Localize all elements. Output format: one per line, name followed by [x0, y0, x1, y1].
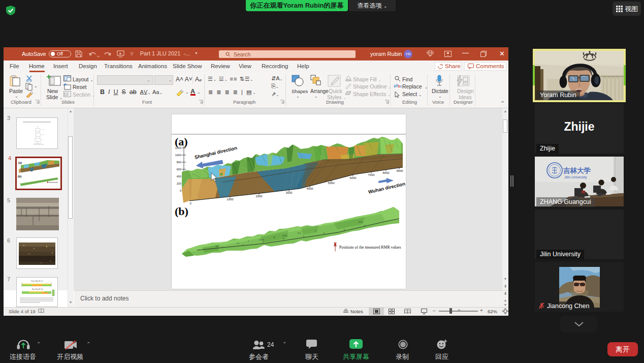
svg-text:6000: 6000: [350, 176, 357, 179]
svg-text:4000: 4000: [307, 187, 313, 190]
svg-text:11 111: 11 111: [282, 235, 287, 237]
svg-text:9000: 9000: [397, 169, 403, 172]
svg-text:0: 0: [180, 189, 181, 192]
svg-text:1000: 1000: [227, 198, 234, 201]
svg-text:4 11 8: 4 11 8: [259, 239, 264, 241]
svg-text:7000: 7000: [368, 173, 375, 176]
svg-text:3000: 3000: [286, 191, 293, 194]
svg-text:吉林大学: 吉林大学: [563, 167, 591, 174]
svg-text:Bear Bay RT (b): Bear Bay RT (b): [32, 288, 43, 290]
svg-text:111: 111: [215, 246, 218, 248]
svg-text:400: 400: [177, 175, 181, 178]
svg-text:2000: 2000: [256, 195, 263, 198]
svg-text:1: 1: [315, 230, 316, 232]
svg-text:1 1: 1 1: [237, 243, 239, 245]
svg-text:Jilin University: Jilin University: [564, 175, 587, 179]
svg-text:Positions of the measured RMR: Positions of the measured RMR values: [339, 245, 401, 250]
svg-text:1200: 1200: [175, 146, 181, 149]
svg-text:(b): (b): [18, 175, 21, 178]
svg-text:8000: 8000: [383, 171, 390, 174]
svg-text:600: 600: [177, 168, 181, 171]
svg-text:5000: 5000: [328, 182, 335, 185]
svg-text:1000: 1000: [175, 154, 181, 157]
svg-text:800: 800: [177, 161, 181, 164]
svg-text:1: 1: [248, 240, 249, 243]
svg-text:200: 200: [177, 182, 181, 185]
svg-text:0: 0: [189, 202, 191, 205]
svg-text:11: 11: [273, 236, 275, 238]
svg-text:(b): (b): [175, 205, 188, 218]
svg-text:11 1: 11 1: [298, 232, 301, 234]
svg-text:111 1: 111 1: [359, 221, 363, 223]
svg-text:Green Bay RT (a): Green Bay RT (a): [31, 280, 43, 282]
svg-text:(a): (a): [18, 161, 22, 165]
